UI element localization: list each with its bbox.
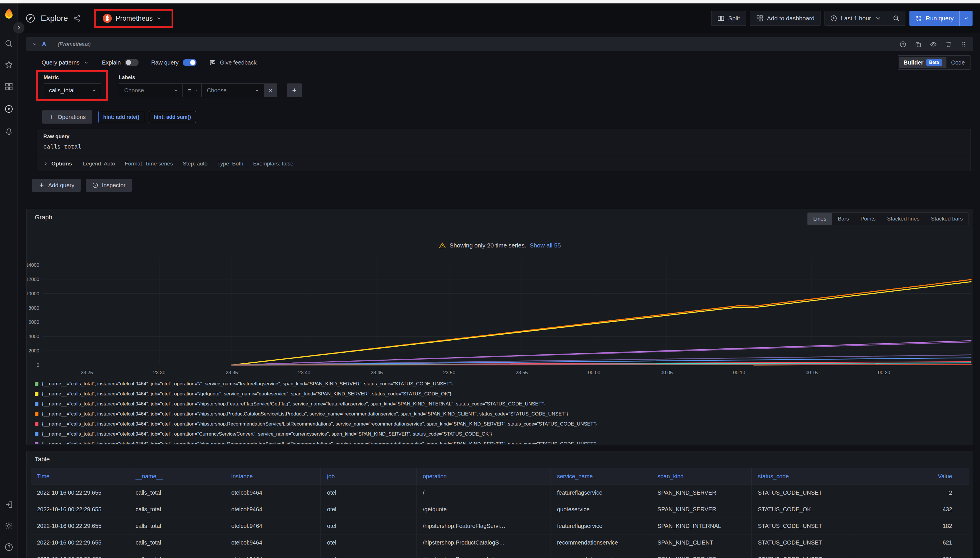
drag-grip-icon[interactable] — [960, 41, 967, 48]
duplicate-query-icon[interactable] — [914, 41, 922, 48]
remove-label-filter-button[interactable] — [264, 84, 277, 97]
label-value-select[interactable]: Choose — [201, 84, 264, 97]
table-cell: 432 — [852, 501, 969, 518]
sidebar-item-alerting[interactable] — [0, 123, 18, 140]
sidebar-item-dashboards[interactable] — [0, 79, 18, 95]
graph-mode-bars[interactable]: Bars — [832, 213, 855, 225]
info-circle-icon — [92, 182, 99, 189]
run-query-group: Run query — [909, 11, 973, 26]
graph-mode-stacked-bars[interactable]: Stacked bars — [925, 213, 968, 225]
chevron-right-icon — [16, 25, 21, 31]
time-series-chart[interactable]: 0200040006000800010000120001400023:2523:… — [27, 255, 973, 378]
star-icon — [4, 60, 13, 69]
column-header-value[interactable]: Value — [852, 468, 969, 484]
metric-select[interactable]: calls_total — [44, 84, 101, 97]
sidebar-item-sign-in[interactable] — [0, 497, 18, 513]
inspector-button[interactable]: Inspector — [86, 179, 132, 192]
query-toolbar: Query patterns Explain Raw query Give fe… — [26, 55, 973, 70]
legend-item[interactable]: {__name__="calls_total", instance="otelc… — [35, 429, 967, 439]
query-hint-button[interactable]: hint: add rate() — [99, 111, 144, 123]
add-operations-button[interactable]: Operations — [42, 110, 92, 123]
sidebar-item-search[interactable] — [0, 36, 18, 52]
grafana-logo-icon[interactable] — [2, 7, 16, 21]
svg-text:8000: 8000 — [28, 305, 39, 311]
top-navbar: Explore Prometheus Split A — [18, 3, 980, 33]
column-header-span-kind[interactable]: span_kind — [651, 468, 751, 484]
sidebar-item-settings[interactable] — [0, 518, 18, 534]
legend-label: {__name__="calls_total", instance="otelc… — [42, 381, 453, 387]
beta-badge: Beta — [926, 59, 942, 66]
split-button[interactable]: Split — [711, 11, 746, 26]
graph-mode-points[interactable]: Points — [855, 213, 881, 225]
show-all-series-link[interactable]: Show all 55 — [529, 242, 561, 249]
results-table: Time__name__instancejoboperationservice_… — [31, 468, 969, 558]
legend-color-swatch — [35, 432, 38, 436]
options-row[interactable]: Options Legend: AutoFormat: Time seriesS… — [37, 156, 971, 171]
labels-controls: Choose = Choose — [119, 84, 302, 97]
sidebar-item-explore[interactable] — [0, 101, 18, 117]
graph-mode-stacked-lines[interactable]: Stacked lines — [881, 213, 925, 225]
legend-label: {__name__="calls_total", instance="otelc… — [42, 411, 568, 417]
toggle-knob — [190, 60, 196, 65]
table-cell: otel — [321, 535, 416, 551]
legend-item[interactable]: {__name__="calls_total", instance="otelc… — [35, 409, 967, 419]
svg-text:23:50: 23:50 — [443, 370, 455, 375]
time-picker-group: Last 1 hour — [824, 11, 905, 26]
share-icon[interactable] — [73, 15, 81, 22]
column-header-job[interactable]: job — [321, 468, 416, 484]
raw-query-box: Raw query calls_total — [37, 129, 971, 156]
column-header-status-code[interactable]: status_code — [751, 468, 852, 484]
table-cell: 2022-10-16 00:22:29.655 — [31, 535, 129, 551]
label-operator-select[interactable]: = — [183, 84, 201, 97]
delete-query-trash-icon[interactable] — [945, 41, 952, 48]
browser-edge-strip — [0, 0, 980, 3]
zoom-out-time-button[interactable] — [887, 11, 905, 26]
builder-mode-button[interactable]: Builder Beta — [899, 57, 947, 68]
legend-item[interactable]: {__name__="calls_total", instance="otelc… — [35, 439, 967, 443]
column-header-instance[interactable]: instance — [225, 468, 321, 484]
sidebar-expand-button[interactable] — [12, 21, 25, 34]
code-mode-button[interactable]: Code — [946, 57, 969, 68]
query-patterns-dropdown[interactable]: Query patterns — [41, 59, 89, 66]
column-header-service-name[interactable]: service_name — [551, 468, 651, 484]
raw-query-toggle[interactable] — [183, 59, 197, 66]
legend-item[interactable]: {__name__="calls_total", instance="otelc… — [35, 389, 967, 399]
legend-item[interactable]: {__name__="calls_total", instance="otelc… — [35, 419, 967, 429]
sidebar-item-help[interactable] — [0, 539, 18, 555]
query-row-header[interactable]: A (Prometheus) — [26, 37, 973, 51]
collapse-chevron-icon[interactable] — [32, 41, 37, 47]
give-feedback-link[interactable]: Give feedback — [209, 59, 257, 66]
legend-label: {__name__="calls_total", instance="otelc… — [42, 431, 492, 437]
sidebar-item-starred[interactable] — [0, 57, 18, 73]
table-cell: 621 — [852, 551, 969, 558]
label-key-select[interactable]: Choose — [119, 84, 183, 97]
hide-query-eye-icon[interactable] — [930, 41, 937, 48]
svg-text:2000: 2000 — [28, 348, 39, 354]
datasource-picker[interactable]: Prometheus — [94, 9, 173, 28]
add-label-filter-button[interactable] — [287, 84, 302, 97]
graph-mode-lines[interactable]: Lines — [807, 213, 832, 225]
chevron-down-icon — [92, 88, 97, 93]
legend-color-swatch — [35, 412, 38, 416]
add-to-dashboard-button[interactable]: Add to dashboard — [750, 11, 821, 26]
chevron-right-icon — [43, 161, 48, 166]
chevron-down-icon — [196, 88, 197, 93]
table-cell: 2022-10-16 00:22:29.655 — [31, 501, 129, 518]
column-header-operation[interactable]: operation — [416, 468, 551, 484]
svg-text:00:15: 00:15 — [806, 370, 818, 375]
query-hint-button[interactable]: hint: add sum() — [149, 111, 196, 123]
time-range-button[interactable]: Last 1 hour — [825, 11, 887, 26]
add-query-button[interactable]: Add query — [32, 179, 81, 192]
run-query-button[interactable]: Run query — [909, 11, 959, 26]
explain-toggle[interactable] — [125, 59, 138, 66]
svg-text:4000: 4000 — [28, 334, 39, 339]
table-cell: STATUS_CODE_UNSET — [751, 484, 852, 501]
column-header-time[interactable]: Time — [31, 468, 129, 484]
table-cell: otel — [321, 484, 416, 501]
legend-item[interactable]: {__name__="calls_total", instance="otelc… — [35, 399, 967, 409]
run-query-dropdown-button[interactable] — [959, 11, 973, 26]
explore-compass-icon — [25, 13, 36, 23]
legend-item[interactable]: {__name__="calls_total", instance="otelc… — [35, 379, 967, 389]
column-header--name-[interactable]: __name__ — [129, 468, 225, 484]
query-help-icon[interactable] — [899, 41, 906, 48]
